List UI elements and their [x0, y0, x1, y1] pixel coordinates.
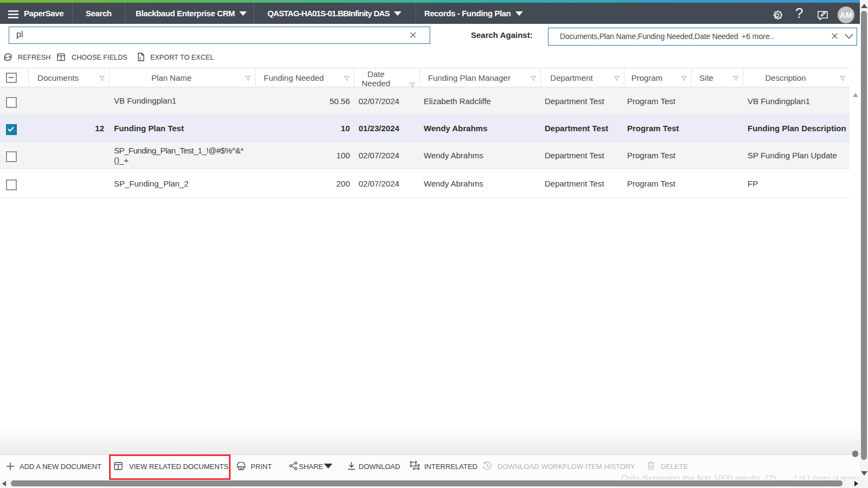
svg-text:x: x [139, 56, 142, 61]
